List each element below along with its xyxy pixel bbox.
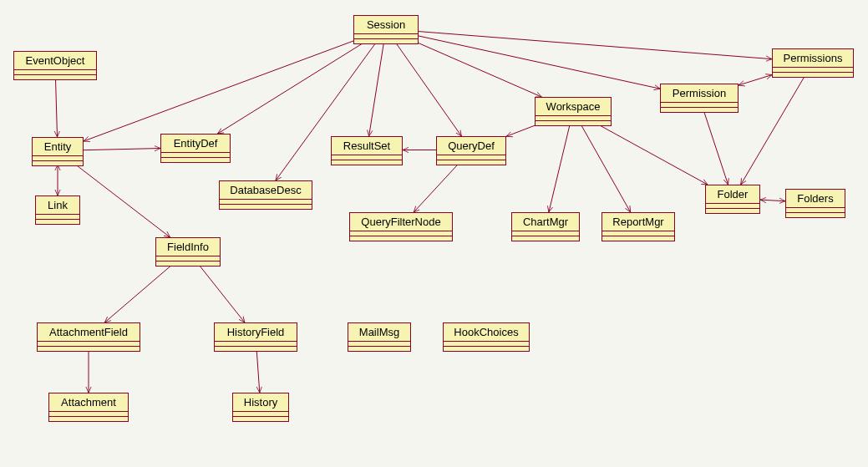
- class-node-hookchoices: HookChoices: [443, 322, 530, 352]
- edge: [256, 350, 260, 393]
- edge: [598, 124, 708, 185]
- class-title: QueryFilterNode: [350, 213, 452, 231]
- edge: [549, 124, 570, 212]
- class-title: QueryDef: [437, 137, 505, 155]
- class-node-fieldinfo: FieldInfo: [155, 237, 221, 266]
- class-node-chartmgr: ChartMgr: [511, 212, 580, 241]
- edge: [581, 124, 630, 212]
- class-title: ResultSet: [332, 137, 402, 155]
- class-node-permission: Permission: [660, 84, 739, 113]
- class-node-resultset: ResultSet: [331, 136, 403, 165]
- edge: [104, 265, 172, 322]
- class-title: DatabaseDesc: [220, 181, 312, 200]
- class-title: Workspace: [536, 98, 611, 116]
- class-title: AttachmentField: [38, 323, 140, 342]
- edge: [396, 43, 462, 136]
- edge: [419, 36, 660, 89]
- class-title: Permissions: [773, 49, 853, 68]
- class-node-entitydef: EntityDef: [160, 134, 231, 163]
- class-title: Permission: [661, 84, 738, 103]
- edge: [414, 164, 459, 212]
- edge: [218, 43, 364, 134]
- class-node-eventobject: EventObject: [13, 51, 97, 80]
- class-title: MailMsg: [348, 323, 410, 342]
- class-node-attachmentfield: AttachmentField: [37, 322, 140, 352]
- edge: [741, 76, 805, 185]
- class-title: FieldInfo: [156, 238, 220, 256]
- class-node-folder: Folder: [705, 185, 760, 214]
- class-node-historyfield: HistoryField: [214, 322, 297, 352]
- class-title: Entity: [33, 138, 83, 156]
- edge: [739, 75, 772, 85]
- class-title: HistoryField: [215, 323, 297, 342]
- class-title: History: [233, 393, 288, 412]
- edge: [760, 200, 785, 201]
- class-node-link: Link: [35, 195, 80, 225]
- edge: [84, 41, 353, 141]
- class-title: ReportMgr: [602, 213, 674, 231]
- edge: [419, 32, 772, 59]
- class-node-history: History: [232, 393, 289, 422]
- class-title: HookChoices: [444, 323, 529, 342]
- class-node-permissions: Permissions: [772, 48, 854, 78]
- class-title: Link: [36, 196, 79, 215]
- edge: [56, 79, 58, 137]
- class-node-entity: Entity: [32, 137, 84, 166]
- class-node-databasedesc: DatabaseDesc: [219, 180, 312, 210]
- edge: [199, 265, 245, 322]
- edge: [418, 43, 542, 97]
- edge: [704, 111, 728, 185]
- class-title: Folders: [786, 190, 845, 208]
- class-node-session: Session: [353, 15, 419, 44]
- class-node-attachment: Attachment: [48, 393, 129, 422]
- edge: [76, 165, 170, 237]
- class-node-reportmgr: ReportMgr: [602, 212, 675, 241]
- class-node-queryfilternode: QueryFilterNode: [349, 212, 453, 241]
- class-node-mailmsg: MailMsg: [348, 322, 411, 352]
- edge: [506, 124, 537, 136]
- edge: [84, 149, 160, 150]
- class-title: EventObject: [14, 52, 96, 70]
- class-node-workspace: Workspace: [535, 97, 612, 126]
- class-title: Attachment: [49, 393, 128, 412]
- class-title: ChartMgr: [512, 213, 579, 231]
- class-node-querydef: QueryDef: [436, 136, 506, 165]
- edge: [369, 43, 384, 136]
- class-title: Folder: [706, 185, 759, 204]
- class-title: Session: [354, 16, 418, 34]
- class-title: EntityDef: [161, 135, 230, 153]
- class-node-folders: Folders: [785, 189, 845, 218]
